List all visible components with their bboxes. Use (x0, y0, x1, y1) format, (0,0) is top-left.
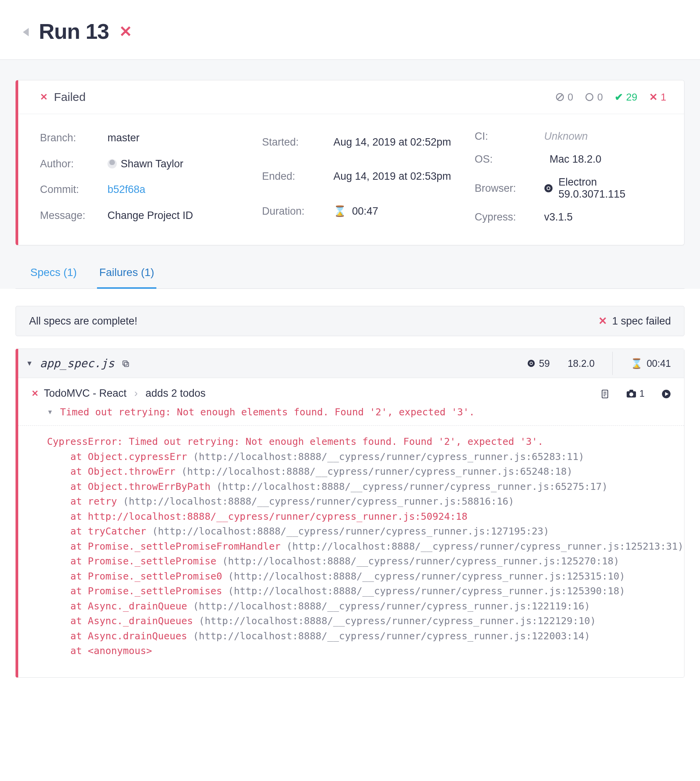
check-icon: ✔ (615, 91, 623, 103)
svg-point-2 (586, 94, 593, 101)
output-icon[interactable] (601, 388, 609, 399)
summary-body: Branch: master Author: Shawn Taylor Comm… (18, 114, 684, 245)
caret-down-icon[interactable]: ▼ (26, 359, 33, 368)
hourglass-icon: ⌛ (333, 205, 347, 217)
spec-failed-badge: ✕ 1 spec failed (598, 315, 671, 327)
test-row[interactable]: ✕ TodoMVC - React › adds 2 todos 1 (18, 378, 684, 403)
separator (612, 352, 613, 375)
stat-failed: ✕ 1 (649, 91, 666, 103)
error-line[interactable]: ▼ Timed out retrying: Not enough element… (18, 403, 684, 426)
x-icon: ✕ (598, 315, 607, 327)
tab-failures[interactable]: Failures (1) (97, 266, 157, 289)
x-icon: ✕ (31, 389, 38, 399)
status-label: Failed (54, 90, 86, 104)
status-failed: ✕ Failed (40, 90, 86, 104)
test-actions: 1 (601, 388, 671, 399)
ci-value: Unknown (544, 130, 662, 142)
cypress-label: Cypress: (475, 211, 535, 223)
message-value: Change Project ID (107, 210, 246, 222)
x-icon: ✕ (649, 91, 658, 103)
page-header: ◀ Run 13 ✕ (0, 0, 700, 60)
tabs: Specs (1) Failures (1) (16, 245, 684, 289)
content-area: ✕ Failed 0 0 ✔ 29 ✕ 1 (0, 60, 700, 289)
pending-icon (585, 92, 594, 102)
stack-trace: CypressError: Timed out retrying: Not en… (18, 426, 684, 677)
started-value: Aug 14, 2019 at 02:52pm (333, 136, 459, 148)
duration-label: Duration: (262, 205, 324, 217)
chrome-icon (544, 184, 553, 193)
complete-message: All specs are complete! (29, 315, 137, 327)
ci-label: CI: (475, 130, 535, 142)
tab-specs[interactable]: Specs (1) (28, 266, 79, 288)
summary-header: ✕ Failed 0 0 ✔ 29 ✕ 1 (18, 80, 684, 114)
spec-duration-text: 00:41 (646, 358, 671, 369)
svg-rect-16 (629, 390, 633, 392)
lower-section: All specs are complete! ✕ 1 spec failed … (0, 289, 700, 701)
spec-header-left: ▼ app_spec.js (26, 357, 130, 370)
test-suite: TodoMVC - React (44, 387, 126, 399)
author-name: Shawn Taylor (121, 158, 184, 170)
camera-icon (626, 389, 636, 398)
summary-col-3: CI: Unknown OS: Mac 18.2.0 Browser: Elec… (475, 130, 662, 223)
branch-value: master (107, 132, 246, 144)
back-icon[interactable]: ◀ (23, 25, 29, 38)
svg-point-10 (530, 363, 532, 364)
browser-label: Browser: (475, 182, 535, 194)
stat-failed-value: 1 (661, 91, 666, 103)
svg-point-17 (629, 392, 633, 396)
spec-browser: 59 (527, 358, 550, 369)
commit-label: Commit: (40, 184, 98, 196)
stat-skipped-value: 0 (568, 91, 573, 103)
svg-rect-7 (123, 361, 127, 365)
run-stats: 0 0 ✔ 29 ✕ 1 (555, 91, 666, 103)
os-label: OS: (475, 153, 535, 165)
chrome-icon (527, 359, 535, 367)
author-label: Author: (40, 158, 98, 170)
hourglass-icon: ⌛ (631, 358, 643, 369)
fail-icon: ✕ (119, 23, 132, 40)
skipped-icon (555, 92, 565, 102)
stat-pending: 0 (585, 91, 603, 103)
ended-label: Ended: (262, 170, 324, 182)
commit-link[interactable]: b52f68a (107, 184, 246, 196)
spec-header[interactable]: ▼ app_spec.js 59 18.2.0 ⌛00:41 (18, 349, 684, 378)
author-value: Shawn Taylor (107, 158, 246, 170)
stat-passed-value: 29 (626, 91, 638, 103)
summary-col-2: Started: Aug 14, 2019 at 02:52pm Ended: … (262, 130, 459, 223)
browser-text: Electron 59.0.3071.115 (558, 176, 662, 200)
started-label: Started: (262, 136, 324, 148)
branch-label: Branch: (40, 132, 98, 144)
spec-card: ▼ app_spec.js 59 18.2.0 ⌛00:41 (16, 349, 684, 678)
stat-pending-value: 0 (597, 91, 603, 103)
page-title: Run 13 (39, 19, 109, 44)
complete-bar: All specs are complete! ✕ 1 spec failed (16, 306, 684, 336)
duration-text: 00:47 (352, 205, 378, 217)
screenshot-count[interactable]: 1 (626, 388, 645, 399)
message-label: Message: (40, 210, 98, 222)
spec-os-version: 18.2.0 (568, 358, 595, 369)
stat-passed: ✔ 29 (615, 91, 638, 103)
spec-name: app_spec.js (40, 357, 114, 370)
spec-browser-version: 59 (539, 358, 550, 369)
os-value: Mac 18.2.0 (544, 153, 662, 165)
spec-failed-text: 1 spec failed (612, 315, 671, 327)
stat-skipped: 0 (555, 91, 573, 103)
copy-icon[interactable] (121, 358, 130, 368)
svg-rect-6 (124, 363, 128, 367)
duration-value: ⌛ 00:47 (333, 205, 459, 217)
svg-point-5 (548, 187, 550, 189)
ended-value: Aug 14, 2019 at 02:53pm (333, 170, 459, 182)
x-icon: ✕ (40, 92, 48, 102)
test-title: adds 2 todos (146, 387, 206, 399)
os-text: Mac 18.2.0 (549, 153, 601, 165)
video-icon[interactable] (662, 388, 671, 399)
avatar-icon (107, 159, 117, 168)
spec-header-right: 59 18.2.0 ⌛00:41 (527, 358, 671, 369)
spec-os: 18.2.0 (564, 358, 595, 369)
svg-line-1 (558, 95, 562, 99)
summary-col-1: Branch: master Author: Shawn Taylor Comm… (40, 130, 246, 223)
spec-duration: ⌛00:41 (631, 358, 671, 369)
chevron-right-icon: › (134, 387, 138, 399)
browser-value: Electron 59.0.3071.115 (544, 176, 662, 200)
caret-down-icon[interactable]: ▼ (47, 409, 53, 416)
